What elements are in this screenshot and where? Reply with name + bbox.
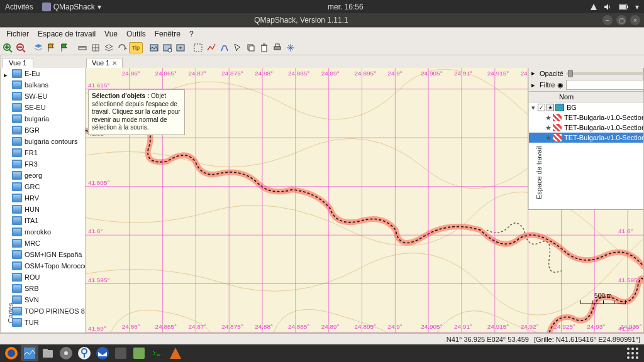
menu-window[interactable]: Fenêtre xyxy=(151,28,184,40)
tree-body[interactable]: ▾✓★BG★TET-Bulgaria-v1.0-Section1-1...★TE… xyxy=(529,102,644,209)
dock-music-icon[interactable] xyxy=(57,345,75,361)
dock-terminal-icon[interactable] xyxy=(148,345,166,361)
svg-text:41.605°: 41.605° xyxy=(88,179,109,186)
tool-flag2-icon[interactable] xyxy=(58,41,71,54)
maps-sidebar-handle[interactable]: Cartes xyxy=(0,55,1,333)
tool-fullscreen-icon[interactable] xyxy=(284,41,297,54)
map-list-item[interactable]: ▸E-Eu xyxy=(1,68,93,79)
workspace-handle[interactable]: Espace de travail xyxy=(528,68,529,209)
tool-photo-icon[interactable] xyxy=(148,41,160,54)
filter-input[interactable] xyxy=(566,80,644,90)
svg-rect-13 xyxy=(262,45,267,52)
dock-qmapshack-icon[interactable] xyxy=(21,345,38,361)
svg-text:41.59°: 41.59° xyxy=(618,325,636,332)
map-list-item[interactable]: TOPO PIRINEOS 8.0 xyxy=(1,305,93,317)
system-tray[interactable]: ▾ xyxy=(590,3,639,11)
map-list-item[interactable]: OSM+IGN España xyxy=(1,249,93,260)
track-icon xyxy=(553,124,562,131)
map-list-item[interactable]: balkans xyxy=(1,79,93,90)
tool-layers-icon[interactable] xyxy=(103,41,115,54)
active-app-menu[interactable]: QMapShack ▾ xyxy=(42,3,101,11)
map-list-item[interactable]: SRB xyxy=(1,283,93,294)
svg-text:41.6°: 41.6° xyxy=(88,228,103,234)
map-list-item[interactable]: OSM+Topo Morocco xyxy=(1,260,93,272)
tool-ruler-icon[interactable] xyxy=(76,41,89,54)
dock-thunderbird-icon[interactable] xyxy=(94,345,111,361)
tool-zoom-out-icon[interactable] xyxy=(14,41,27,54)
tool-tip-button[interactable]: Tip xyxy=(129,42,143,53)
expand-icon[interactable]: ▸ xyxy=(531,69,537,77)
maps-list[interactable]: ▸E-EubalkansSW-EUSE-EUbulgariaBGRbulgari… xyxy=(1,68,94,333)
tool-select-icon[interactable] xyxy=(192,41,204,54)
map-icon xyxy=(12,80,22,89)
menu-help[interactable]: ? xyxy=(186,28,197,40)
tool-layer-icon[interactable] xyxy=(32,41,45,54)
dock-keepass-icon[interactable] xyxy=(75,345,93,361)
map-tooltip: Sélection d'objets : Objet sélectionné d… xyxy=(88,89,185,135)
tool-flag1-icon[interactable] xyxy=(45,41,58,54)
map-list-item[interactable]: TUR xyxy=(1,317,93,328)
map-list-item[interactable]: ITA1 xyxy=(1,215,93,226)
tree-item[interactable]: ▾✓★BG xyxy=(529,102,644,112)
dock-app3-icon[interactable] xyxy=(167,345,184,361)
svg-text:24.925°: 24.925° xyxy=(553,323,575,330)
activities-button[interactable]: Activités xyxy=(5,3,33,11)
map-list-item[interactable]: bulgaria xyxy=(1,113,93,124)
window-maximize-button[interactable]: ▢ xyxy=(616,15,626,25)
tool-delete-icon[interactable] xyxy=(258,41,270,54)
maps-tab-vue1[interactable]: Vue 1 xyxy=(2,58,33,68)
svg-point-8 xyxy=(168,48,172,52)
menu-tools[interactable]: Outils xyxy=(123,28,150,40)
tool-grid-icon[interactable] xyxy=(89,41,102,54)
map-list-item[interactable]: FR3 xyxy=(1,158,93,170)
tool-screenshot-icon[interactable] xyxy=(161,41,174,54)
map-icon xyxy=(12,148,22,157)
opacity-slider[interactable] xyxy=(566,72,644,75)
map-list-item[interactable]: MRC xyxy=(1,238,93,249)
map-list-item[interactable]: GRC xyxy=(1,181,93,192)
dock-app2-icon[interactable] xyxy=(130,345,148,361)
map-list-item[interactable]: FR1 xyxy=(1,147,93,158)
dock-app1-icon[interactable] xyxy=(112,345,130,361)
window-minimize-button[interactable]: − xyxy=(602,15,613,25)
tree-item[interactable]: ★TET-Bulgaria-v1.0-Section1-1... xyxy=(529,112,644,123)
window-close-button[interactable]: × xyxy=(630,15,640,25)
eye-icon[interactable]: ◉ xyxy=(557,81,564,89)
svg-text:24.875°: 24.875° xyxy=(221,323,243,330)
svg-text:24.865°: 24.865° xyxy=(155,70,177,77)
tool-refresh-icon[interactable] xyxy=(116,41,128,54)
clock[interactable]: mer. 16:56 xyxy=(101,3,590,11)
map-list-item[interactable]: SW-EU xyxy=(1,90,93,102)
menu-file[interactable]: Fichier xyxy=(3,28,33,40)
tool-cursor-icon[interactable] xyxy=(231,41,244,54)
tree-item[interactable]: ★TET-Bulgaria-v1.0-Section3-1... xyxy=(529,133,644,143)
view-tab-vue1[interactable]: Vue 1 ✕ xyxy=(86,58,123,68)
map-list-item[interactable]: SE-EU xyxy=(1,102,93,113)
dock-files-icon[interactable] xyxy=(39,345,57,361)
map-list-item[interactable]: ROU xyxy=(1,272,93,283)
map-list-item[interactable]: SVN xyxy=(1,294,93,305)
tool-print-icon[interactable] xyxy=(271,41,284,54)
tool-path-icon[interactable] xyxy=(205,41,218,54)
menu-workspace[interactable]: Espace de travail xyxy=(34,28,99,40)
map-list-item[interactable]: BGR xyxy=(1,124,93,136)
dock-show-apps-icon[interactable] xyxy=(624,345,641,361)
expand-icon[interactable]: ▸ xyxy=(531,81,537,89)
menu-view[interactable]: Vue xyxy=(101,28,121,40)
map-list-item[interactable]: HUN xyxy=(1,204,93,215)
tool-copy-icon[interactable] xyxy=(245,41,257,54)
tool-route-icon[interactable] xyxy=(218,41,231,54)
map-list-item[interactable]: morokko xyxy=(1,226,93,238)
close-icon[interactable]: ✕ xyxy=(112,60,117,67)
tool-zoom-in-icon[interactable] xyxy=(1,41,14,54)
dock-firefox-icon[interactable] xyxy=(3,345,20,361)
tool-settings-icon[interactable] xyxy=(174,41,187,54)
map-list-item[interactable]: HRV xyxy=(1,192,93,204)
map-list-item[interactable]: bulgaria contours xyxy=(1,136,93,147)
map-canvas[interactable]: 24.86°24.86°24.865°24.865°24.87°24.87°24… xyxy=(85,68,644,333)
tree-item[interactable]: ★TET-Bulgaria-v1.0-Section2-1... xyxy=(529,123,644,133)
workspace-panel: Espace de travail ▸ Opacité ▸ Filtre ◉ xyxy=(528,68,643,210)
svg-rect-94 xyxy=(115,348,126,359)
map-icon xyxy=(12,295,22,304)
map-list-item[interactable]: georg xyxy=(1,170,93,181)
